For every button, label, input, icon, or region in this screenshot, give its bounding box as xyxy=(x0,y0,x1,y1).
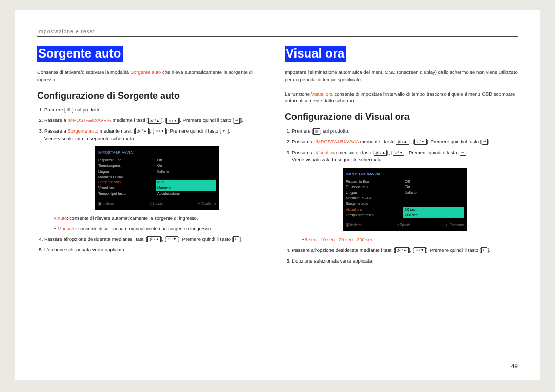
subsection-heading: Configurazione di Sorgente auto xyxy=(37,90,270,103)
osd-row: Modalità PC/AV xyxy=(98,175,216,180)
osd-row: Visual ora20 sec xyxy=(346,207,464,213)
text: mediante i tasti xyxy=(359,139,394,144)
bright-down-icon: ☼▼ xyxy=(414,247,425,253)
document-page: Impostazione e reset Sorgente auto Conse… xyxy=(15,10,540,380)
text: La funzione xyxy=(285,91,311,97)
enter-icon: ↵ xyxy=(460,150,466,156)
osd-row: Risparmio EcoOff xyxy=(98,158,216,163)
menu-icon: ▥ xyxy=(313,128,320,135)
osd-row: Timersospens.On xyxy=(346,184,464,190)
text: . Premere quindi il tasto xyxy=(167,128,219,134)
osd-title: IMPOSTA&RIAVVIA xyxy=(98,150,216,156)
enter-icon: ↵ xyxy=(221,128,227,134)
highlight: Sorgente auto xyxy=(131,69,161,75)
osd-row: Sorgente autoAuto xyxy=(98,180,216,185)
sub-bullets: 5 sec - 10 sec - 20 sec - 200 sec xyxy=(297,236,518,244)
foot-back: Indietro xyxy=(350,223,362,227)
intro-paragraph2: La funzione Visual ora consente di impos… xyxy=(285,90,518,105)
highlight: Visual ora xyxy=(315,150,337,155)
text: Passare a xyxy=(292,150,315,155)
text: sul prodotto. xyxy=(73,107,102,113)
step-2: Passare a IMPOSTA&RIAVVIA mediante i tas… xyxy=(44,117,270,124)
foot-move: Sposta xyxy=(152,202,162,206)
breadcrumb: Impostazione e reset xyxy=(37,29,518,37)
osd-row: Risparmio EcoOff xyxy=(346,179,464,185)
bright-down-icon: ☼▼ xyxy=(414,139,426,145)
highlight: IMPOSTA&RIAVVIA xyxy=(315,139,359,144)
bright-down-icon: ☼▼ xyxy=(166,236,178,242)
step-1: Premere [▥] sul prodotto. xyxy=(44,106,270,114)
highlight: Sorgente auto xyxy=(67,128,98,134)
bright-down-icon: ☼▼ xyxy=(154,128,165,134)
volume-up-icon: 🔊▲ xyxy=(396,139,409,145)
volume-up-icon: 🔊▲ xyxy=(147,236,161,242)
osd-screenshot-left: IMPOSTA&RIAVVIA Risparmio EcoOffTimersos… xyxy=(95,146,219,210)
text: . Premere quindi il tasto xyxy=(406,150,458,155)
sub-bullets: Auto: consente di rilevare automaticamen… xyxy=(49,215,270,233)
highlight: 5 sec - 10 sec - 20 sec - 200 sec xyxy=(305,237,374,242)
text: Passare all'opzione desiderata mediante … xyxy=(292,247,394,253)
text: sul prodotto. xyxy=(321,128,349,134)
foot-move: Sposta xyxy=(400,223,410,227)
enter-icon: ↵ xyxy=(233,236,239,242)
text: Consente di attivare/disattivare la moda… xyxy=(37,69,131,75)
text: . Premere quindi il tasto xyxy=(179,236,232,242)
steps-list: Premere [▥] sul prodotto. Passare a IMPO… xyxy=(37,106,270,254)
osd-row: LinguaItaliano xyxy=(98,169,216,175)
text: Passare a xyxy=(44,128,67,134)
text: . Premere quindi il tasto xyxy=(180,117,232,123)
osd-row: LinguaItaliano xyxy=(346,190,464,196)
intro-paragraph: Consente di attivare/disattivare la moda… xyxy=(37,69,270,83)
step-3: Passare a Sorgente auto mediante i tasti… xyxy=(44,127,270,233)
osd-title: IMPOSTA&RIAVVIA xyxy=(346,171,464,177)
step-2: Passare a IMPOSTA&RIAVVIA mediante i tas… xyxy=(292,138,518,146)
text: Passare all'opzione desiderata mediante … xyxy=(44,236,146,242)
text: Premere xyxy=(292,128,312,134)
step-5: L'opzione selezionata verrà applicata. xyxy=(44,246,270,254)
page-number: 49 xyxy=(511,363,518,370)
bullet-auto: Auto: consente di rilevare automaticamen… xyxy=(54,215,270,222)
text: mediante i tasti xyxy=(337,150,373,155)
step-5: L'opzione selezionata verrà applicata. xyxy=(292,257,518,265)
highlight: Auto xyxy=(57,216,67,221)
foot-back: Indietro xyxy=(103,202,114,206)
step-4: Passare all'opzione desiderata mediante … xyxy=(292,247,518,254)
highlight: Manuale xyxy=(58,226,76,231)
osd-row: Tempo ripet tastoAccelerazione xyxy=(98,191,216,197)
osd-rows: Risparmio EcoOffTimersospens.OnLinguaIta… xyxy=(346,179,464,218)
text: mediante i tasti xyxy=(111,117,146,123)
menu-icon: ▥ xyxy=(66,107,72,113)
volume-up-icon: 🔊▲ xyxy=(374,150,387,156)
text: . Premere quindi il tasto xyxy=(427,247,479,253)
bullet-timings: 5 sec - 10 sec - 20 sec - 200 sec xyxy=(302,236,518,244)
volume-up-icon: 🔊▲ xyxy=(395,247,409,253)
text: Viene visualizzata la seguente schermata… xyxy=(44,136,135,141)
volume-up-icon: 🔊▲ xyxy=(135,128,149,134)
left-column: Sorgente auto Consente di attivare/disat… xyxy=(37,46,270,268)
osd-row: Modalità PC/AV xyxy=(346,196,464,201)
step-4: Passare all'opzione desiderata mediante … xyxy=(44,236,270,244)
highlight: IMPOSTA&RIAVVIA xyxy=(67,117,111,123)
text: Premere xyxy=(44,107,64,113)
section-heading-sorgente: Sorgente auto xyxy=(37,46,123,62)
foot-confirm: Conferma xyxy=(449,223,464,227)
osd-foot: ▣ Indietro ◇ Sposta ↵ Conferma xyxy=(98,200,216,207)
section-heading-visualora: Visual ora xyxy=(285,46,346,62)
text: Viene visualizzata la seguente schermata… xyxy=(292,157,383,162)
osd-row: Visual oraManuale xyxy=(98,185,216,191)
bright-down-icon: ☼▼ xyxy=(393,150,404,156)
steps-list: Premere [▥] sul prodotto. Passare a IMPO… xyxy=(285,127,518,265)
step-3: Passare a Visual ora mediante i tasti [🔊… xyxy=(292,149,518,244)
text: Passare a xyxy=(292,139,315,144)
text: mediante i tasti xyxy=(98,128,134,134)
subsection-heading: Configurazione di Visual ora xyxy=(285,111,518,124)
osd-row: Timersospens.On xyxy=(98,163,216,169)
text: . Premere quindi il tasto xyxy=(428,139,480,144)
content-columns: Sorgente auto Consente di attivare/disat… xyxy=(37,46,518,268)
osd-row: Sorgente auto xyxy=(346,201,464,207)
osd-foot: ▣ Indietro ◇ Sposta ↵ Conferma xyxy=(346,221,464,228)
enter-icon: ↵ xyxy=(481,247,487,253)
text: : consente di selezionare manualmente un… xyxy=(76,226,212,231)
enter-icon: ↵ xyxy=(234,118,240,124)
osd-row: Tempo ripet tasto200 sec xyxy=(346,213,464,218)
